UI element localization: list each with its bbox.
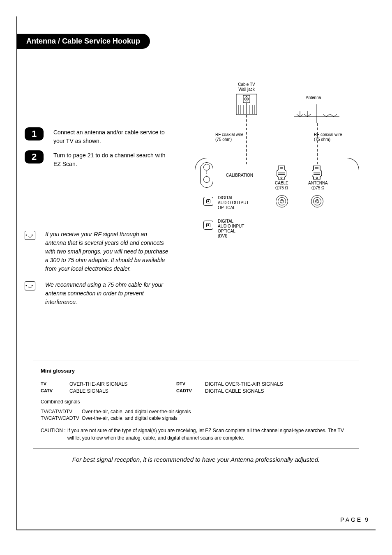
mini-glossary: Mini glossary TV OVER-THE-AIR SIGNALS DT…	[33, 361, 359, 449]
antenna-label: Antenna	[306, 95, 321, 100]
optical-in-port-icon	[203, 221, 213, 230]
f-connector-icon	[311, 195, 323, 207]
svg-point-3	[246, 98, 247, 100]
page-num: 9	[365, 516, 368, 523]
glossary-def: DIGITAL OVER-THE-AIR SIGNALS	[205, 381, 351, 387]
step-text-1: Connect an antenna and/or cable service …	[53, 127, 173, 145]
antenna-connector-icon	[312, 166, 322, 180]
smiley-icon: ● ●	[25, 231, 35, 240]
caution-label: CAUTION :	[41, 427, 66, 442]
caution-text: If you are not sure of the type of signa…	[67, 427, 351, 442]
combined-grid: TV/CATV/DTV Over-the-air, cable, and dig…	[41, 409, 351, 421]
note-2: ● ● We recommend using a 75 ohm cable fo…	[25, 281, 367, 306]
page-label: PAGE	[340, 516, 362, 523]
antenna-icon	[294, 104, 339, 123]
svg-line-22	[330, 114, 334, 117]
coax-line-1	[246, 115, 247, 164]
combined-term: TV/CATV/DTV	[41, 409, 82, 415]
page-number: PAGE9	[340, 516, 368, 523]
glossary-def: CABLE SIGNALS	[69, 388, 176, 394]
step-text-2: Turn to page 21 to do a channel search w…	[53, 150, 173, 168]
recommendation-text: For best signal reception, it is recomme…	[0, 456, 392, 463]
wall-jack-icon	[236, 94, 257, 115]
calibration-label: CALIBRATION	[226, 173, 253, 178]
hookup-diagram: Cable TV Wall jack Antenna RF coaxial wi…	[195, 82, 359, 251]
wall-jack-label: Cable TV Wall jack	[234, 82, 259, 92]
combined-def: Over-the-air, cable, and digital cable s…	[82, 415, 351, 421]
f-connector-icon	[276, 195, 288, 207]
svg-line-16	[297, 114, 300, 117]
svg-line-17	[300, 114, 303, 117]
coax-label-1: RF coaxial wire (75 ohm)	[215, 132, 243, 142]
section-header: Antenna / Cable Service Hookup	[16, 34, 150, 49]
combined-term: TV/CATV/CADTV	[41, 415, 82, 421]
svg-point-2	[244, 97, 249, 101]
optical-out-port-icon	[203, 197, 213, 206]
svg-point-4	[246, 96, 247, 97]
glossary-grid: TV OVER-THE-AIR SIGNALS DTV DIGITAL OVER…	[41, 381, 351, 394]
tv-back-panel: ⋮⋮ CALIBRATION CABLE Ⓣ75 Ω ANTENNA Ⓣ75 Ω…	[195, 158, 359, 246]
svg-line-23	[334, 114, 337, 117]
combined-def: Over-the-air, cable, and digital over-th…	[82, 409, 351, 415]
combined-signals-title: Combined signals	[41, 399, 351, 405]
antenna-port-label: ANTENNA Ⓣ75 Ω	[308, 181, 328, 191]
svg-line-21	[326, 114, 330, 117]
cable-port-label: CABLE Ⓣ75 Ω	[275, 181, 288, 191]
note-text-2: We recommend using a 75 ohm cable for yo…	[45, 281, 168, 306]
glossary-term: CATV	[41, 388, 69, 394]
svg-point-24	[281, 177, 282, 179]
glossary-term: TV	[41, 381, 69, 387]
glossary-def: DIGITAL CABLE SIGNALS	[205, 388, 351, 394]
cable-connector-icon	[277, 166, 286, 180]
caution-note: CAUTION : If you are not sure of the typ…	[41, 427, 351, 442]
step-badge-1: 1	[25, 127, 44, 140]
svg-point-25	[316, 177, 318, 179]
glossary-term: DTV	[176, 381, 205, 387]
step-badge-2: 2	[25, 150, 44, 164]
svg-line-18	[304, 114, 307, 117]
smiley-icon: ● ●	[25, 281, 35, 290]
glossary-title: Mini glossary	[41, 368, 351, 374]
digital-audio-output-label: DIGITAL AUDIO OUTPUT OPTICAL	[218, 196, 249, 210]
coax-label-2: RF coaxial wire (75 ohm)	[314, 132, 342, 142]
calibration-port-icon: ⋮⋮	[200, 162, 213, 188]
note-text-1: If you receive your RF signal through an…	[45, 230, 168, 273]
svg-line-19	[307, 114, 311, 117]
glossary-term: CADTV	[176, 388, 205, 394]
digital-audio-input-label: DIGITAL AUDIO INPUT OPTICAL (DVI)	[218, 219, 244, 239]
svg-line-20	[323, 114, 326, 117]
glossary-def: OVER-THE-AIR SIGNALS	[69, 381, 176, 387]
